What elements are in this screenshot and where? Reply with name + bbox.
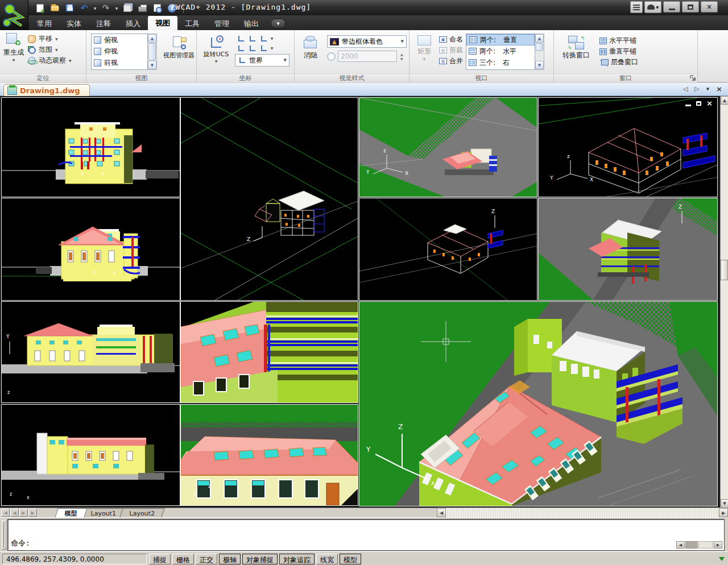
document-tab-drawing1[interactable]: Drawing1.dwg (3, 84, 90, 96)
ortho-toggle[interactable]: 正交 (196, 554, 217, 564)
viewport-wireframe-small[interactable]: Z (359, 198, 537, 301)
orbit-button[interactable]: 动态观察▼ (27, 55, 72, 66)
viewport-named-button[interactable]: ▣ 命名 (439, 34, 463, 45)
layout-last-button[interactable]: ▶ (28, 509, 37, 517)
viewport-list-scroll-up[interactable]: ▲ (535, 34, 544, 43)
status-expand-icon[interactable] (719, 557, 725, 561)
zwcad-logo[interactable] (0, 0, 28, 30)
layout-prev-button[interactable]: ◀ (10, 509, 19, 517)
command-scroll-track[interactable] (698, 541, 713, 549)
doc-tab-list-button[interactable]: ▼ (706, 87, 709, 92)
tab-view[interactable]: 视图 (148, 16, 177, 30)
view-list-item-front[interactable]: 前视 (92, 57, 147, 68)
viewport-config-three-right[interactable]: 三个: 右 (466, 57, 535, 68)
ucs-origin-button[interactable] (237, 35, 245, 43)
cascade-windows-button[interactable]: 层叠窗口 (599, 57, 638, 68)
tile-horizontal-button[interactable]: 水平平铺 (599, 35, 638, 46)
snap-toggle[interactable]: 捕捉 (149, 554, 171, 564)
viewport-config-two-horizontal[interactable]: 两个: 水平 (466, 45, 535, 57)
view-list-item-bottom[interactable]: 仰视 (92, 45, 147, 57)
viewport-elevation-front[interactable]: z x (1, 198, 180, 301)
viewport-config-two-vertical[interactable]: 两个: 垂直 (466, 34, 535, 45)
print-button[interactable] (135, 2, 149, 14)
viewport-elevation-tower[interactable]: z x (1, 404, 180, 506)
save-button[interactable] (63, 2, 76, 14)
viewport-shaded-distant[interactable]: z Y X (359, 97, 537, 197)
ucs-3point-button[interactable] (248, 44, 257, 52)
horizontal-scroll-track[interactable] (446, 508, 719, 517)
view-manager-button[interactable]: 视图管理器 (162, 34, 196, 76)
grid-toggle[interactable]: 栅格 (172, 554, 194, 564)
publish-button[interactable] (121, 2, 134, 14)
viewport-wireframe-detail[interactable]: × (538, 97, 718, 197)
lineweight-toggle[interactable]: 线宽 (316, 554, 338, 564)
regen-button[interactable]: ♻ 重生成 ▼ (3, 30, 24, 72)
isolines-spinner[interactable]: ▲▼ (399, 52, 403, 61)
tile-vertical-button[interactable]: 垂直平铺 (599, 46, 638, 57)
view-list-scroll-thumb[interactable] (148, 43, 156, 60)
undo-button[interactable]: ↶ (77, 2, 91, 14)
restore-button[interactable] (682, 1, 699, 13)
viewport-rectangle-button[interactable]: 矩形 ▼ (412, 32, 436, 74)
new-file-button[interactable]: + (33, 2, 47, 14)
layout-tab-layout2[interactable]: Layout2 (120, 508, 166, 517)
viewport-elevation-side[interactable]: z x (1, 97, 180, 197)
ucs-z-axis-button[interactable] (237, 44, 245, 52)
ucs-dropdown-2[interactable]: ▼ (271, 46, 274, 50)
command-prompt[interactable]: 命令: (11, 538, 30, 549)
command-scroll-right[interactable]: ▶ (714, 541, 722, 549)
tab-solid[interactable]: 实体 (59, 16, 89, 30)
viewport-clip-button[interactable]: ▨ 剪裁 (439, 45, 463, 56)
command-scroll-thumb[interactable] (685, 541, 698, 549)
minimize-button[interactable] (663, 1, 680, 13)
rotate-ucs-button[interactable]: x 旋转UCS ▼ (200, 32, 233, 74)
viewport-wireframe-iso[interactable]: Z (180, 97, 358, 301)
viewport-list-scroll-thumb[interactable] (536, 43, 543, 51)
model-toggle[interactable]: 模型 (340, 554, 361, 564)
visual-style-dropdown[interactable]: 带边框体着色 ▼ (327, 35, 407, 48)
otrack-toggle[interactable]: 对象追踪 (279, 554, 315, 564)
close-button[interactable]: × (701, 1, 718, 13)
viewport-join-button[interactable]: ▥ 合并 (439, 56, 463, 67)
viewport-list-scroll-down[interactable]: ▼ (535, 61, 544, 69)
ucs-object-button[interactable] (259, 35, 268, 43)
scroll-up-button[interactable]: ▲ (721, 96, 728, 105)
doc-tab-close-button[interactable]: × (716, 85, 722, 93)
command-scroll-left[interactable]: ◀ (676, 541, 685, 549)
zoom-extents-button[interactable]: 范围▼ (27, 44, 72, 55)
isolines-input[interactable] (338, 51, 397, 62)
polar-toggle[interactable]: 极轴 (219, 554, 241, 564)
viewport-elevation-long[interactable]: Y z (1, 301, 180, 403)
ucs-dropdown[interactable]: ▼ (271, 36, 274, 40)
tab-annotate[interactable]: 注释 (89, 16, 118, 30)
viewport-main-shaded[interactable]: Z Y x (359, 301, 718, 506)
layout-first-button[interactable]: ◀ (1, 509, 10, 517)
undo-dropdown[interactable]: ▼ (92, 2, 98, 14)
ucs-view-button[interactable] (259, 44, 268, 52)
tab-manage[interactable]: 管理 (207, 16, 237, 30)
layout-next-button[interactable]: ▶ (19, 509, 28, 517)
scroll-left-button[interactable]: ◀ (437, 508, 446, 517)
view-list-scroll-down[interactable]: ▼ (148, 61, 156, 69)
ucs-named-dropdown[interactable]: 世界 ▼ (235, 54, 289, 67)
tab-insert[interactable]: 插入 (118, 16, 148, 30)
command-grip-handle[interactable] (2, 520, 6, 550)
ribbon-minimize-button[interactable]: ▼ (271, 19, 286, 28)
hide-button[interactable]: 消隐 (298, 33, 323, 75)
view-list-scroll-up[interactable]: ▲ (148, 34, 156, 43)
scroll-right-button[interactable]: ▶ (719, 508, 728, 517)
doc-restore-button[interactable] (696, 101, 701, 106)
command-window[interactable]: 命令: ◀ ▶ (8, 520, 724, 550)
open-file-button[interactable] (48, 2, 61, 14)
viewport-shaded-mid[interactable]: Z (538, 198, 718, 301)
ucs-previous-button[interactable] (248, 35, 257, 43)
osnap-toggle[interactable]: 对象捕捉 (242, 554, 278, 564)
viewport-closeup-roof[interactable] (180, 301, 358, 403)
drawing-horizontal-scrollbar[interactable]: ◀ ▶ (437, 508, 728, 517)
tab-output[interactable]: 输出 (237, 16, 266, 30)
doc-tab-scroll-left[interactable]: ◁ (683, 85, 688, 93)
pan-button[interactable]: 平移▼ (27, 34, 72, 44)
menu-style-button[interactable] (630, 1, 643, 13)
view-list-item-top[interactable]: 俯视 (92, 34, 147, 45)
window-dialog-launcher-button[interactable] (689, 74, 696, 81)
